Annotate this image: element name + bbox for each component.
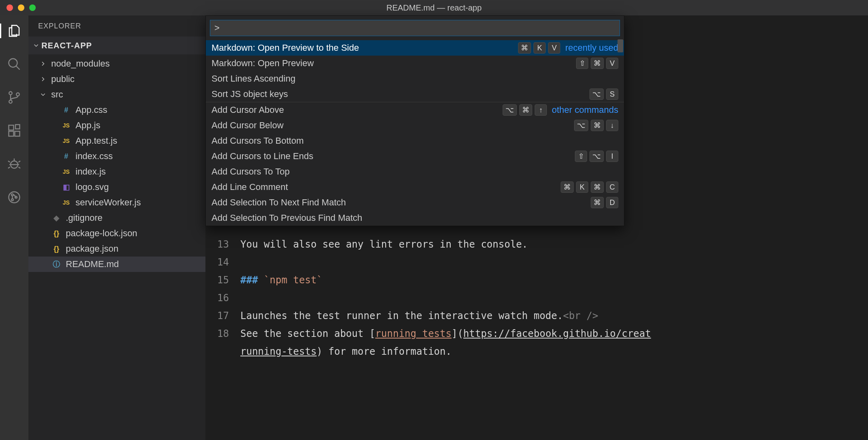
key: V: [606, 58, 618, 69]
command-item[interactable]: Add Cursors to Line Ends⇧⌥I: [206, 149, 624, 164]
command-item[interactable]: Markdown: Open Preview to the Side⌘KVrec…: [206, 40, 624, 56]
file-tree: node_modulespublicsrc#App.cssJSApp.jsJSA…: [28, 54, 205, 440]
file-row[interactable]: ⓘREADME.md: [28, 257, 205, 272]
activity-explorer[interactable]: [0, 24, 28, 38]
code-content: ### `npm test`: [240, 271, 322, 289]
explorer-sidebar: EXPLORER REACT-APP node_modulespublicsrc…: [28, 15, 205, 440]
editor-line[interactable]: 14: [205, 253, 868, 271]
titlebar: README.md — react-app: [0, 0, 868, 15]
folder-row[interactable]: node_modules: [28, 56, 205, 71]
json-file-icon: {}: [51, 245, 62, 253]
key: ⌘: [518, 42, 531, 54]
key: ⌥: [503, 104, 517, 116]
editor-line[interactable]: 15### `npm test`: [205, 271, 868, 289]
file-row[interactable]: JSApp.test.js: [28, 133, 205, 149]
window-zoom-button[interactable]: [29, 4, 36, 11]
file-row[interactable]: #index.css: [28, 149, 205, 164]
key: S: [606, 88, 618, 100]
key: ↑: [535, 104, 547, 116]
svg-point-16: [9, 192, 20, 203]
svg-point-4: [16, 93, 19, 96]
activity-bar: [0, 15, 28, 440]
editor-line[interactable]: 17Launches the test runner in the intera…: [205, 307, 868, 325]
svg-point-0: [9, 59, 17, 67]
code-content: See the section about [running tests](ht…: [240, 325, 651, 343]
window-minimize-button[interactable]: [18, 4, 24, 11]
file-row[interactable]: {}package-lock.json: [28, 226, 205, 241]
key: ⌘: [519, 104, 532, 116]
svg-point-17: [11, 194, 13, 196]
scrollbar-thumb[interactable]: [618, 39, 623, 52]
file-row[interactable]: #App.css: [28, 102, 205, 118]
keyboard-shortcut: ⇧⌥I: [575, 151, 618, 162]
svg-line-11: [8, 161, 10, 162]
command-item[interactable]: Add Selection To Previous Find Match: [206, 210, 624, 226]
folder-label: public: [51, 74, 74, 84]
project-header[interactable]: REACT-APP: [28, 37, 205, 54]
svg-rect-5: [9, 125, 14, 130]
file-row[interactable]: ◧logo.svg: [28, 179, 205, 195]
key: ⇧: [576, 58, 588, 69]
command-item[interactable]: Add Cursors To Bottom: [206, 133, 624, 149]
json-file-icon: {}: [51, 229, 62, 238]
editor-line[interactable]: 16: [205, 289, 868, 307]
file-row[interactable]: ◆.gitignore: [28, 210, 205, 226]
folder-row[interactable]: public: [28, 71, 205, 87]
folder-label: src: [51, 89, 63, 100]
command-group-label: other commands: [552, 105, 618, 115]
key: K: [576, 181, 588, 193]
chevron-right-icon: [39, 75, 47, 83]
file-row[interactable]: JSserviceWorker.js: [28, 195, 205, 210]
command-item[interactable]: Add Line Comment⌘K⌘C: [206, 179, 624, 195]
command-item[interactable]: Sort JS object keys⌥S: [206, 86, 624, 102]
key: ⌘: [561, 181, 574, 193]
key: ⇧: [575, 151, 587, 162]
editor-line[interactable]: running-tests) for more information.: [205, 343, 868, 360]
key: ↓: [606, 120, 618, 131]
window-close-button[interactable]: [6, 4, 13, 11]
command-item[interactable]: Add Cursors To Top: [206, 164, 624, 179]
file-row[interactable]: {}package.json: [28, 241, 205, 257]
keyboard-shortcut: ⌘K⌘C: [561, 181, 618, 193]
command-item[interactable]: Markdown: Open Preview⇧⌘V: [206, 56, 624, 71]
line-number: 17: [205, 307, 240, 325]
css-file-icon: #: [61, 106, 71, 114]
keyboard-shortcut: ⌥⌘↓: [574, 120, 618, 131]
command-group-label: recently used: [565, 43, 618, 53]
command-palette-input[interactable]: [210, 20, 620, 36]
js-file-icon: JS: [61, 199, 71, 206]
key: V: [548, 42, 560, 54]
command-item[interactable]: Add Cursor Below⌥⌘↓: [206, 118, 624, 133]
file-label: logo.svg: [76, 182, 109, 192]
command-label: Add Cursor Above: [212, 105, 498, 115]
editor-line[interactable]: 18See the section about [running tests](…: [205, 325, 868, 343]
key: K: [533, 42, 546, 54]
activity-extensions[interactable]: [0, 123, 28, 138]
folder-label: node_modules: [51, 58, 110, 69]
svg-file-icon: ◧: [61, 183, 71, 192]
activity-debug[interactable]: [0, 157, 28, 171]
project-name: REACT-APP: [41, 41, 92, 50]
file-row[interactable]: JSindex.js: [28, 164, 205, 179]
command-item[interactable]: Add Cursor Above⌥⌘↑other commands: [206, 102, 624, 118]
file-row[interactable]: JSApp.js: [28, 118, 205, 133]
command-label: Add Line Comment: [212, 182, 556, 192]
activity-source-control[interactable]: [0, 90, 28, 105]
svg-rect-8: [15, 125, 20, 129]
activity-git-graph[interactable]: [0, 190, 28, 205]
editor-line[interactable]: 13You will also see any lint errors in t…: [205, 235, 868, 253]
extensions-icon: [7, 123, 22, 138]
chevron-right-icon: [39, 60, 47, 67]
file-label: index.css: [76, 151, 113, 162]
command-label: Sort JS object keys: [212, 89, 585, 99]
command-item[interactable]: Sort Lines Ascending: [206, 71, 624, 86]
key: ⌥: [589, 151, 604, 162]
folder-row[interactable]: src: [28, 87, 205, 102]
key: ⌥: [589, 88, 604, 100]
key: ⌘: [591, 197, 604, 208]
command-item[interactable]: Add Selection To Next Find Match⌘D: [206, 195, 624, 210]
svg-rect-7: [15, 132, 20, 136]
activity-search[interactable]: [0, 57, 28, 71]
key: D: [606, 197, 618, 208]
js-file-icon: JS: [61, 138, 71, 144]
